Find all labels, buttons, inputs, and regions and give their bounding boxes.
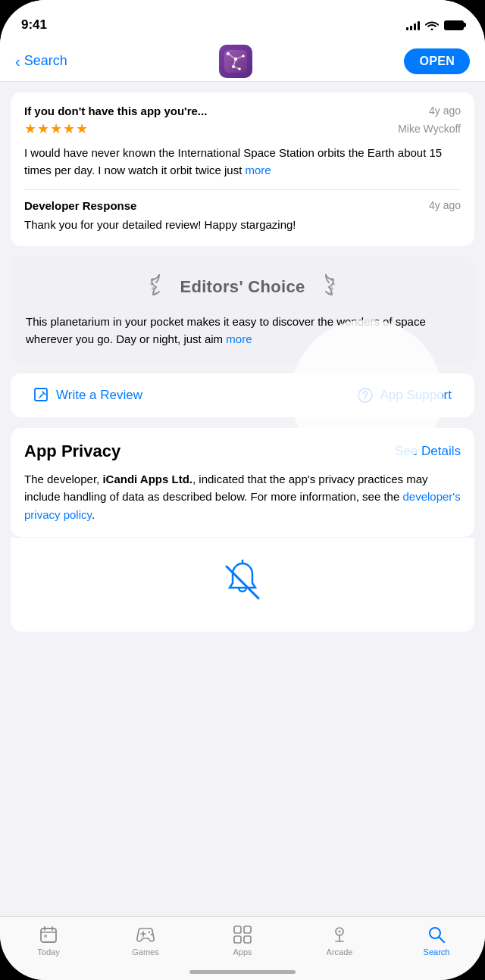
privacy-body: The developer, iCandi Apps Ltd., indicat… [24, 470, 461, 523]
svg-point-16 [330, 287, 333, 290]
svg-point-12 [152, 287, 155, 290]
review-stars: ★★★★★ [24, 120, 89, 137]
review-card: If you don't have this app you're... 4y … [11, 92, 474, 246]
svg-point-37 [338, 930, 341, 933]
write-review-button[interactable]: Write a Review [33, 387, 142, 404]
tab-games[interactable]: Games [123, 925, 168, 957]
privacy-header: App Privacy See Details [24, 442, 461, 461]
svg-line-39 [440, 938, 445, 943]
editors-choice-body: This planetarium in your pocket makes it… [26, 313, 459, 348]
svg-point-5 [227, 52, 230, 55]
tab-apps-label: Apps [233, 947, 252, 957]
status-icons [406, 20, 464, 30]
back-label: Search [24, 53, 67, 69]
search-icon [427, 925, 446, 944]
write-review-icon [33, 387, 50, 404]
nav-bar: ‹ Search [0, 41, 485, 82]
action-row-wrapper: Write a Review App Support [11, 373, 474, 417]
svg-rect-32 [234, 926, 241, 933]
wifi-icon [425, 20, 439, 30]
tab-games-label: Games [132, 947, 158, 957]
app-support-label: App Support [380, 388, 452, 403]
back-chevron-icon: ‹ [15, 54, 20, 69]
privacy-developer-name: iCandi Apps Ltd. [102, 473, 192, 485]
svg-rect-34 [234, 936, 241, 943]
laurel-right-icon [314, 273, 338, 301]
svg-point-8 [232, 65, 235, 68]
app-support-icon [357, 387, 374, 404]
svg-point-20 [365, 398, 366, 400]
see-details-link[interactable]: See Details [395, 444, 461, 459]
battery-icon [444, 20, 464, 30]
svg-point-7 [242, 55, 245, 58]
svg-rect-33 [244, 926, 251, 933]
tab-today-label: Today [37, 947, 59, 957]
apps-icon [233, 925, 252, 944]
status-bar: 9:41 [0, 0, 485, 41]
status-time: 9:41 [21, 17, 47, 33]
signal-icon [406, 20, 420, 30]
tab-arcade-label: Arcade [327, 947, 353, 957]
svg-point-11 [150, 282, 153, 286]
main-content: If you don't have this app you're... 4y … [0, 82, 485, 916]
editors-choice-header: Editors' Choice [26, 273, 459, 301]
phone-frame: 9:41 ‹ Search [0, 0, 485, 980]
dev-response-body: Thank you for your detailed review! Happ… [24, 217, 461, 234]
arcade-icon [330, 925, 349, 944]
today-icon [39, 925, 58, 944]
tab-today[interactable]: Today [26, 925, 71, 957]
svg-point-31 [151, 934, 152, 935]
review-header: If you don't have this app you're... 4y … [24, 105, 461, 117]
tab-search[interactable]: Search [414, 925, 459, 957]
editors-choice-title: Editors' Choice [180, 277, 305, 297]
svg-point-10 [152, 278, 155, 281]
privacy-section: App Privacy See Details The developer, i… [11, 428, 474, 537]
svg-point-6 [234, 57, 237, 60]
app-icon [219, 45, 252, 78]
svg-rect-23 [41, 929, 56, 942]
review-stars-row: ★★★★★ Mike Wyckoff [24, 120, 461, 137]
app-support-button[interactable]: App Support [357, 387, 452, 404]
app-icon-graphic [224, 50, 247, 73]
editors-choice-card: Editors' Choice This planetarium in your… [11, 257, 474, 364]
open-button[interactable]: OPEN [404, 48, 470, 74]
action-row: Write a Review App Support [11, 373, 474, 417]
reviewer-name: Mike Wyckoff [398, 123, 461, 135]
tab-arcade[interactable]: Arcade [317, 925, 362, 957]
svg-rect-35 [244, 936, 251, 943]
dev-response-label: Developer Response [24, 199, 136, 212]
games-icon [135, 925, 156, 944]
svg-point-9 [238, 67, 241, 70]
svg-line-22 [227, 566, 258, 598]
tab-search-label: Search [424, 947, 450, 957]
privacy-icon-card [11, 538, 474, 632]
editors-more-link[interactable]: more [226, 332, 252, 345]
home-indicator [189, 970, 296, 974]
svg-point-13 [153, 292, 156, 295]
laurel-left-icon [147, 273, 171, 301]
privacy-title: App Privacy [24, 442, 120, 461]
no-tracking-icon [216, 556, 269, 609]
review-more-link[interactable]: more [246, 164, 271, 176]
review-title: If you don't have this app you're... [24, 105, 421, 117]
review-body: I would have never known the Internation… [24, 145, 461, 179]
dev-response-header: Developer Response 4y ago [24, 199, 461, 212]
svg-rect-27 [44, 935, 47, 938]
dev-response-time: 4y ago [429, 199, 461, 212]
svg-point-30 [149, 932, 150, 933]
tab-apps[interactable]: Apps [220, 925, 265, 957]
review-time: 4y ago [429, 105, 461, 117]
write-review-label: Write a Review [56, 388, 142, 403]
back-button[interactable]: ‹ Search [15, 53, 67, 69]
developer-response: Developer Response 4y ago Thank you for … [24, 189, 461, 234]
